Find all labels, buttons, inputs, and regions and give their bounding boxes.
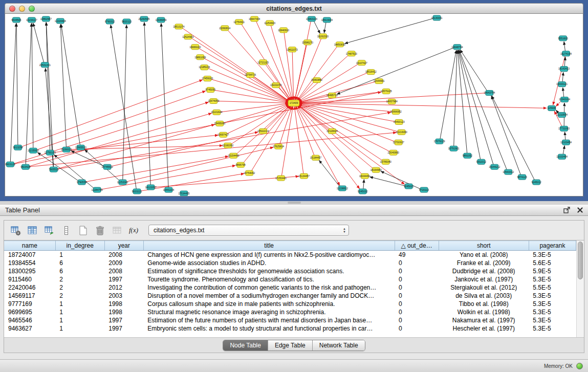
graph-hub-node[interactable]: 172409 <box>288 100 299 106</box>
graph-node[interactable]: 16963104 <box>306 16 317 21</box>
graph-node[interactable]: 12721105 <box>257 60 269 65</box>
graph-node[interactable]: 10789340 <box>380 159 391 164</box>
graph-node[interactable]: 12103454 <box>560 140 572 145</box>
graph-node[interactable]: 10441104 <box>163 187 175 192</box>
graph-node[interactable]: 17534455 <box>178 191 189 196</box>
graph-node[interactable]: 11253341 <box>117 180 128 185</box>
network-graph[interactable]: 1724091851027412524903166691001986109912… <box>5 14 583 196</box>
table-row[interactable]: 1456911722003Disruption of a novel membe… <box>4 292 576 300</box>
float-window-icon[interactable] <box>563 207 570 213</box>
graph-node[interactable]: 16044212 <box>489 164 500 169</box>
graph-node[interactable]: 14143413 <box>558 67 570 72</box>
column-header-pagerank[interactable]: pagerank <box>529 241 576 251</box>
graph-node[interactable]: 17253441 <box>275 176 287 181</box>
graph-node[interactable]: 14957984 <box>386 99 398 104</box>
graph-node[interactable]: 22040660 <box>388 150 399 155</box>
graph-node[interactable]: 9013254 <box>13 145 23 150</box>
graph-node[interactable]: 15586270 <box>302 40 313 45</box>
graph-node[interactable]: 11254903 <box>264 20 275 26</box>
graph-node[interactable]: 19579105 <box>381 89 392 94</box>
graph-node[interactable]: 16433121 <box>556 82 568 87</box>
graph-node[interactable]: 17459103 <box>202 76 213 81</box>
table-row[interactable]: 969969511998Structural magnetic resonanc… <box>4 308 576 316</box>
graph-node[interactable]: 9820113 <box>122 19 132 24</box>
table-row[interactable]: 977716911998Corpus callosum shape and si… <box>4 300 576 308</box>
graph-node[interactable]: 10234117 <box>26 17 37 23</box>
graph-node[interactable]: 12160392 <box>222 143 233 148</box>
graph-node[interactable]: 19611073 <box>287 47 298 52</box>
graph-node[interactable]: 8903129 <box>5 162 15 167</box>
graph-node[interactable]: 14850830 <box>334 42 345 47</box>
graph-node[interactable]: 12116614 <box>326 128 338 134</box>
graph-node[interactable]: 7905513 <box>49 167 59 172</box>
table-settings-button[interactable] <box>8 223 23 237</box>
graph-node[interactable]: 17679129 <box>433 139 445 144</box>
column-header-short[interactable]: short <box>439 241 529 251</box>
graph-node[interactable]: 15522214 <box>257 128 269 134</box>
graph-node[interactable]: 9891052 <box>463 153 473 158</box>
graph-node[interactable]: 17487533 <box>346 51 357 56</box>
graph-node[interactable]: 12754911 <box>233 19 245 25</box>
graph-node[interactable]: 18516412 <box>365 70 377 75</box>
column-header-out-de-[interactable]: △ out_de… <box>395 241 439 251</box>
graph-node[interactable]: 10996952 <box>390 109 402 114</box>
function-builder-button[interactable]: f(x) <box>126 223 141 237</box>
memory-status-indicator[interactable] <box>576 363 583 369</box>
graph-node[interactable]: 12210554 <box>556 112 568 117</box>
graph-node[interactable]: 10745512 <box>102 164 113 169</box>
close-icon[interactable] <box>577 207 583 213</box>
graph-node[interactable]: 9245032 <box>358 189 368 194</box>
graph-node[interactable]: 11936959 <box>156 17 167 23</box>
new-column-button[interactable] <box>76 223 90 237</box>
graph-node[interactable]: 9302012 <box>476 159 487 164</box>
graph-node[interactable]: 15184457 <box>310 155 321 160</box>
graph-node[interactable]: 9790554 <box>77 180 87 185</box>
graph-node[interactable]: 12284755 <box>92 187 103 192</box>
tab-edge-table[interactable]: Edge Table <box>268 340 312 351</box>
table-row[interactable]: 1938455462009Genome-wide association stu… <box>4 259 576 267</box>
graph-node[interactable]: 9895794 <box>236 162 246 167</box>
graph-node[interactable]: 18495710 <box>326 93 338 98</box>
graph-node[interactable]: 20531301 <box>39 62 51 68</box>
tab-network-table[interactable]: Network Table <box>312 340 365 351</box>
graph-node[interactable]: 16101644 <box>211 110 222 115</box>
graph-node[interactable]: 15495093 <box>214 121 225 126</box>
graph-node[interactable]: 9603429 <box>20 164 31 169</box>
table-selector-dropdown[interactable]: citations_edges.txt ▲▼ <box>148 225 349 236</box>
graph-node[interactable]: 16648794 <box>451 45 463 50</box>
graph-node[interactable]: 17731093 <box>558 126 570 131</box>
graph-node[interactable]: 16107427 <box>356 60 367 65</box>
import-table-button[interactable] <box>110 223 124 237</box>
graph-node[interactable]: 15963862 <box>311 78 322 83</box>
column-header-title[interactable]: title <box>143 241 395 251</box>
graph-node[interactable]: 17625814 <box>273 144 284 149</box>
graph-node[interactable]: 16940910 <box>278 28 289 33</box>
graph-node[interactable]: 14122057 <box>145 185 156 190</box>
panel-resize-handle[interactable] <box>288 202 301 204</box>
graph-node[interactable]: 16261520 <box>317 34 329 39</box>
graph-node[interactable]: 18913004 <box>321 17 333 23</box>
graph-node[interactable]: 15154493 <box>228 153 239 158</box>
graph-node[interactable]: 12750103 <box>45 150 56 155</box>
graph-node[interactable]: 26260545 <box>138 16 149 21</box>
scrollbar-thumb[interactable] <box>578 242 583 279</box>
show-columns-button[interactable] <box>25 223 39 237</box>
graph-node[interactable]: 19861099 <box>194 55 206 60</box>
graph-node[interactable]: 10343104 <box>559 97 570 102</box>
graph-node[interactable]: 12224404 <box>55 18 66 24</box>
graph-node[interactable]: 16274194 <box>560 51 572 56</box>
graph-node[interactable]: 10862967 <box>40 16 52 21</box>
graph-node[interactable]: 12238812 <box>337 186 348 191</box>
graph-node[interactable]: 11544991 <box>374 79 385 84</box>
table-row[interactable]: 1830029562008Estimation of significance … <box>4 267 576 275</box>
graph-node[interactable]: 9551603 <box>558 36 568 41</box>
graph-node[interactable]: 9874123 <box>517 174 528 180</box>
graph-node[interactable]: 15134457 <box>298 173 310 179</box>
graph-node[interactable]: 10235910 <box>28 148 39 153</box>
graph-node[interactable]: 16791901 <box>448 146 459 151</box>
graph-node[interactable]: 11033454 <box>556 154 568 159</box>
graph-node[interactable]: 14643794 <box>484 91 495 96</box>
create-column-button[interactable] <box>42 223 56 237</box>
graph-node[interactable]: 9245021 <box>404 184 414 189</box>
delete-column-button[interactable] <box>93 223 107 237</box>
